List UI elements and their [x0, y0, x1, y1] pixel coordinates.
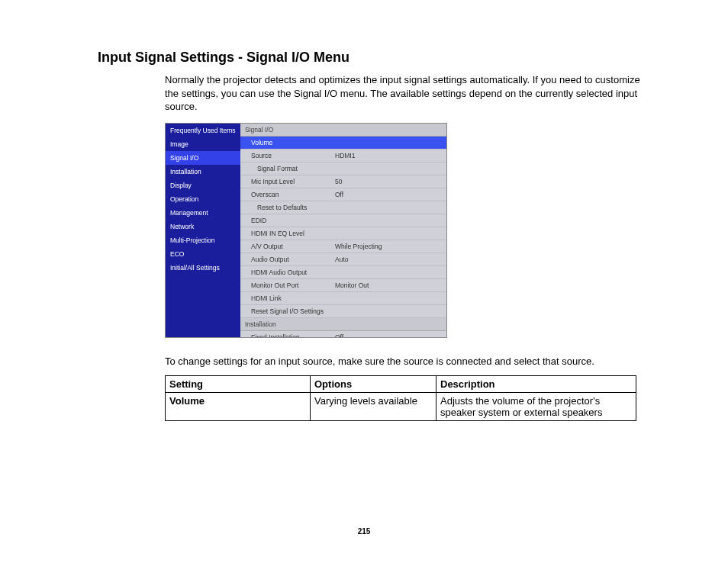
- menu-row[interactable]: Fixed InstallationOff: [240, 331, 446, 338]
- menu-row-label: Mic Input Level: [251, 178, 335, 185]
- menu-row-value: [335, 230, 442, 237]
- menu-row-value: While Projecting: [335, 243, 442, 250]
- cell-description: Adjusts the volume of the projector's sp…: [436, 393, 636, 421]
- sidebar-item[interactable]: Signal I/O: [166, 151, 240, 165]
- menu-row[interactable]: EDID: [240, 214, 446, 227]
- menu-row[interactable]: SourceHDMI1: [240, 150, 446, 162]
- menu-row-value: Off: [335, 191, 442, 198]
- menu-row[interactable]: Monitor Out PortMonitor Out: [240, 279, 446, 292]
- settings-table: Setting Options Description VolumeVaryin…: [165, 375, 636, 421]
- menu-row-value: 50: [335, 178, 442, 185]
- menu-row-value: Auto: [335, 256, 442, 263]
- menu-row-value: [341, 165, 442, 172]
- sidebar-item[interactable]: Image: [166, 137, 240, 151]
- menu-row[interactable]: Reset Signal I/O Settings: [240, 305, 446, 318]
- menu-row[interactable]: A/V OutputWhile Projecting: [240, 240, 446, 253]
- cell-setting: Volume: [166, 393, 311, 421]
- sidebar-item[interactable]: Management: [166, 206, 240, 220]
- menu-row[interactable]: HDMI Audio Output: [240, 266, 446, 279]
- menu-section-header: Signal I/O: [240, 124, 446, 137]
- menu-screenshot: Frequently Used ItemsImageSignal I/OInst…: [165, 123, 447, 338]
- menu-row[interactable]: HDMI Link: [240, 292, 446, 305]
- intro-paragraph: Normally the projector detects and optim…: [165, 73, 644, 114]
- menu-row-label: HDMI IN EQ Level: [251, 230, 335, 237]
- sidebar-item[interactable]: Operation: [166, 192, 240, 206]
- sidebar-item[interactable]: Installation: [166, 165, 240, 179]
- menu-row-value: HDMI1: [335, 152, 442, 159]
- sidebar-item[interactable]: Frequently Used Items: [166, 124, 240, 137]
- sidebar-item[interactable]: Multi-Projection: [166, 233, 240, 247]
- table-row: VolumeVarying levels availableAdjusts th…: [166, 393, 636, 421]
- menu-row[interactable]: HDMI IN EQ Level: [240, 227, 446, 240]
- menu-row-value: Monitor Out: [335, 282, 442, 289]
- sidebar-item[interactable]: Network: [166, 220, 240, 233]
- menu-row-value: [335, 217, 442, 224]
- menu-row-label: Fixed Installation: [251, 333, 335, 338]
- menu-section-header: Installation: [240, 318, 446, 331]
- menu-panel: Signal I/O VolumeSourceHDMI1Signal Forma…: [240, 124, 446, 337]
- menu-row-label: Signal Format: [257, 165, 341, 172]
- menu-row[interactable]: Mic Input Level50: [240, 175, 446, 188]
- sidebar-item[interactable]: Display: [166, 179, 240, 192]
- menu-row-label: HDMI Audio Output: [251, 269, 335, 276]
- menu-row[interactable]: Signal Format: [240, 162, 446, 175]
- menu-row-label: Monitor Out Port: [251, 282, 335, 289]
- menu-row-label: Audio Output: [251, 256, 335, 263]
- sidebar-item[interactable]: Initial/All Settings: [166, 261, 240, 275]
- menu-row-value: Off: [335, 333, 442, 338]
- menu-row-label: Source: [251, 152, 335, 159]
- menu-row-value: [335, 294, 442, 302]
- menu-row-label: Overscan: [251, 191, 335, 198]
- menu-row-label: Volume: [251, 139, 335, 146]
- table-header-description: Description: [436, 376, 636, 393]
- menu-row-label: EDID: [251, 217, 335, 224]
- menu-row[interactable]: Reset to Defaults: [240, 201, 446, 214]
- page-heading: Input Signal Settings - Signal I/O Menu: [98, 50, 644, 66]
- menu-sidebar: Frequently Used ItemsImageSignal I/OInst…: [166, 124, 240, 337]
- menu-row-value: [335, 307, 442, 315]
- menu-row-value: [341, 204, 442, 211]
- page-number: 215: [0, 527, 728, 536]
- menu-row[interactable]: Volume: [240, 137, 446, 150]
- menu-row-label: Reset Signal I/O Settings: [251, 307, 335, 315]
- menu-row-value: [335, 139, 442, 146]
- post-paragraph: To change settings for an input source, …: [165, 355, 644, 368]
- sidebar-item[interactable]: ECO: [166, 247, 240, 261]
- table-header-setting: Setting: [166, 376, 311, 393]
- menu-row-label: A/V Output: [251, 243, 335, 250]
- cell-options: Varying levels available: [311, 393, 436, 421]
- table-header-options: Options: [311, 376, 436, 393]
- menu-row-value: [335, 269, 442, 276]
- menu-row-label: Reset to Defaults: [257, 204, 341, 211]
- menu-row-label: HDMI Link: [251, 294, 335, 302]
- menu-row[interactable]: Audio OutputAuto: [240, 253, 446, 266]
- menu-row[interactable]: OverscanOff: [240, 188, 446, 201]
